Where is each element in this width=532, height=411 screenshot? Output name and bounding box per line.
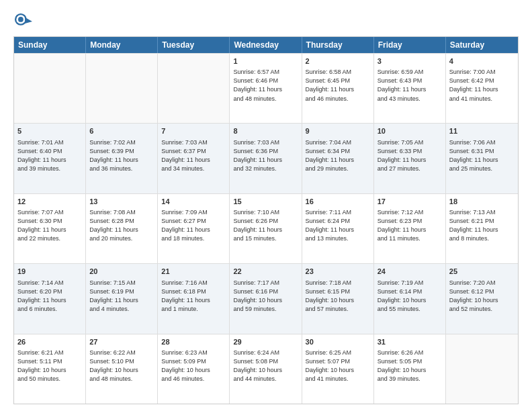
calendar-cell: 6Sunrise: 7:02 AM Sunset: 6:39 PM Daylig… [86,124,158,193]
cell-info: Sunrise: 7:04 AM Sunset: 6:34 PM Dayligh… [306,138,370,173]
calendar-week-1: 1Sunrise: 6:57 AM Sunset: 6:46 PM Daylig… [14,53,518,123]
cal-header-friday: Friday [374,37,446,53]
calendar-week-2: 5Sunrise: 7:01 AM Sunset: 6:40 PM Daylig… [14,123,518,193]
calendar-cell: 20Sunrise: 7:15 AM Sunset: 6:19 PM Dayli… [86,264,158,333]
calendar-header-row: SundayMondayTuesdayWednesdayThursdayFrid… [14,37,518,53]
day-number: 13 [89,197,154,207]
cell-info: Sunrise: 7:17 AM Sunset: 6:16 PM Dayligh… [233,279,298,314]
day-number: 12 [17,197,82,207]
calendar-cell: 1Sunrise: 6:57 AM Sunset: 6:46 PM Daylig… [230,54,302,123]
day-number: 28 [161,337,226,347]
cell-info: Sunrise: 7:10 AM Sunset: 6:26 PM Dayligh… [233,208,298,243]
cell-info: Sunrise: 7:19 AM Sunset: 6:14 PM Dayligh… [378,279,442,314]
day-number: 2 [306,56,370,66]
calendar-cell [14,54,86,123]
cell-info: Sunrise: 7:00 AM Sunset: 6:42 PM Dayligh… [449,68,515,103]
logo [13,12,35,31]
calendar-cell: 16Sunrise: 7:11 AM Sunset: 6:24 PM Dayli… [302,194,374,263]
calendar-week-5: 26Sunrise: 6:21 AM Sunset: 5:11 PM Dayli… [14,334,518,404]
cal-header-saturday: Saturday [446,37,518,53]
cal-header-tuesday: Tuesday [158,37,230,53]
day-number: 27 [89,337,154,347]
cell-info: Sunrise: 7:02 AM Sunset: 6:39 PM Dayligh… [89,138,154,173]
calendar-cell: 17Sunrise: 7:12 AM Sunset: 6:23 PM Dayli… [374,194,446,263]
svg-point-1 [18,17,24,22]
cell-info: Sunrise: 7:03 AM Sunset: 6:36 PM Dayligh… [233,138,298,173]
day-number: 16 [306,197,370,207]
day-number: 15 [233,197,298,207]
cal-header-sunday: Sunday [14,37,86,53]
calendar-cell: 4Sunrise: 7:00 AM Sunset: 6:42 PM Daylig… [446,54,518,123]
cal-header-thursday: Thursday [302,37,374,53]
day-number: 4 [449,56,515,66]
calendar-cell: 22Sunrise: 7:17 AM Sunset: 6:16 PM Dayli… [230,264,302,333]
calendar-cell: 9Sunrise: 7:04 AM Sunset: 6:34 PM Daylig… [302,124,374,193]
cell-info: Sunrise: 7:07 AM Sunset: 6:30 PM Dayligh… [17,208,82,243]
svg-marker-2 [25,17,32,24]
calendar-week-3: 12Sunrise: 7:07 AM Sunset: 6:30 PM Dayli… [14,193,518,263]
day-number: 29 [233,337,298,347]
calendar-cell: 12Sunrise: 7:07 AM Sunset: 6:30 PM Dayli… [14,194,86,263]
day-number: 11 [449,126,515,136]
day-number: 31 [378,337,442,347]
calendar-cell: 21Sunrise: 7:16 AM Sunset: 6:18 PM Dayli… [158,264,230,333]
day-number: 9 [306,126,370,136]
day-number: 3 [378,56,442,66]
day-number: 18 [449,197,515,207]
cell-info: Sunrise: 6:25 AM Sunset: 5:07 PM Dayligh… [306,349,370,383]
calendar-cell: 23Sunrise: 7:18 AM Sunset: 6:15 PM Dayli… [302,264,374,333]
cell-info: Sunrise: 7:12 AM Sunset: 6:23 PM Dayligh… [378,208,442,243]
calendar-cell: 18Sunrise: 7:13 AM Sunset: 6:21 PM Dayli… [446,194,518,263]
day-number: 5 [17,126,82,136]
cell-info: Sunrise: 7:03 AM Sunset: 6:37 PM Dayligh… [161,138,226,173]
calendar-cell: 26Sunrise: 6:21 AM Sunset: 5:11 PM Dayli… [14,334,86,404]
day-number: 17 [378,197,442,207]
cell-info: Sunrise: 7:01 AM Sunset: 6:40 PM Dayligh… [17,138,82,173]
calendar-cell: 27Sunrise: 6:22 AM Sunset: 5:10 PM Dayli… [86,334,158,404]
cell-info: Sunrise: 6:26 AM Sunset: 5:05 PM Dayligh… [378,349,442,383]
calendar-cell: 28Sunrise: 6:23 AM Sunset: 5:09 PM Dayli… [158,334,230,404]
day-number: 10 [378,126,442,136]
calendar-cell: 29Sunrise: 6:24 AM Sunset: 5:08 PM Dayli… [230,334,302,404]
cell-info: Sunrise: 7:16 AM Sunset: 6:18 PM Dayligh… [161,279,226,314]
day-number: 23 [306,267,370,277]
calendar-cell: 14Sunrise: 7:09 AM Sunset: 6:27 PM Dayli… [158,194,230,263]
cell-info: Sunrise: 7:18 AM Sunset: 6:15 PM Dayligh… [306,279,370,314]
cell-info: Sunrise: 7:13 AM Sunset: 6:21 PM Dayligh… [449,208,515,243]
calendar-cell: 8Sunrise: 7:03 AM Sunset: 6:36 PM Daylig… [230,124,302,193]
calendar-cell: 2Sunrise: 6:58 AM Sunset: 6:45 PM Daylig… [302,54,374,123]
calendar-cell: 11Sunrise: 7:06 AM Sunset: 6:31 PM Dayli… [446,124,518,193]
cal-header-wednesday: Wednesday [230,37,302,53]
cell-info: Sunrise: 7:09 AM Sunset: 6:27 PM Dayligh… [161,208,226,243]
cell-info: Sunrise: 7:14 AM Sunset: 6:20 PM Dayligh… [17,279,82,314]
header [13,12,519,31]
calendar-cell: 3Sunrise: 6:59 AM Sunset: 6:43 PM Daylig… [374,54,446,123]
cell-info: Sunrise: 6:24 AM Sunset: 5:08 PM Dayligh… [233,349,298,383]
cell-info: Sunrise: 6:21 AM Sunset: 5:11 PM Dayligh… [17,349,82,383]
logo-icon [13,12,32,31]
cell-info: Sunrise: 6:57 AM Sunset: 6:46 PM Dayligh… [233,68,298,103]
day-number: 30 [306,337,370,347]
calendar-cell: 7Sunrise: 7:03 AM Sunset: 6:37 PM Daylig… [158,124,230,193]
cell-info: Sunrise: 6:23 AM Sunset: 5:09 PM Dayligh… [161,349,226,383]
calendar-cell [446,334,518,404]
day-number: 8 [233,126,298,136]
cell-info: Sunrise: 6:59 AM Sunset: 6:43 PM Dayligh… [378,68,442,103]
day-number: 7 [161,126,226,136]
day-number: 19 [17,267,82,277]
day-number: 6 [89,126,154,136]
cell-info: Sunrise: 7:05 AM Sunset: 6:33 PM Dayligh… [378,138,442,173]
calendar-cell: 10Sunrise: 7:05 AM Sunset: 6:33 PM Dayli… [374,124,446,193]
cell-info: Sunrise: 7:20 AM Sunset: 6:12 PM Dayligh… [449,279,515,314]
cal-header-monday: Monday [86,37,158,53]
calendar-cell: 15Sunrise: 7:10 AM Sunset: 6:26 PM Dayli… [230,194,302,263]
calendar-cell [158,54,230,123]
day-number: 1 [233,56,298,66]
calendar-cell: 30Sunrise: 6:25 AM Sunset: 5:07 PM Dayli… [302,334,374,404]
day-number: 21 [161,267,226,277]
day-number: 24 [378,267,442,277]
calendar-cell: 13Sunrise: 7:08 AM Sunset: 6:28 PM Dayli… [86,194,158,263]
calendar-cell: 25Sunrise: 7:20 AM Sunset: 6:12 PM Dayli… [446,264,518,333]
calendar-cell: 19Sunrise: 7:14 AM Sunset: 6:20 PM Dayli… [14,264,86,333]
calendar-cell: 5Sunrise: 7:01 AM Sunset: 6:40 PM Daylig… [14,124,86,193]
